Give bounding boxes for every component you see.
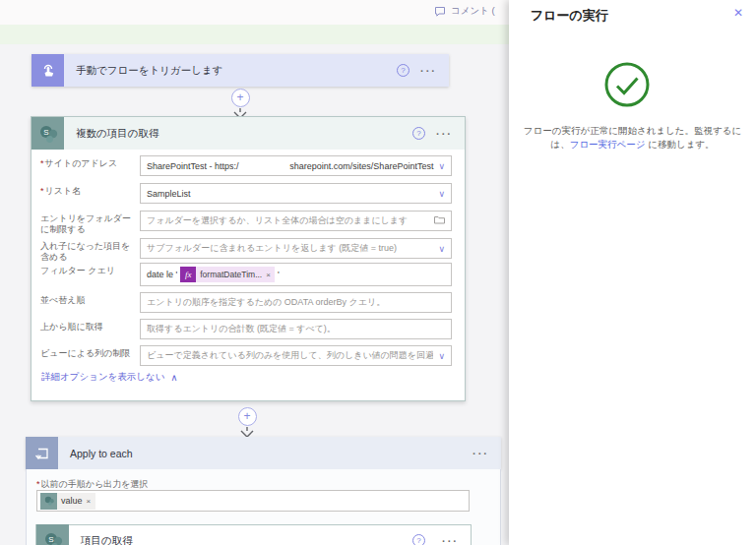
apply-to-each-title: Apply to each (70, 448, 133, 459)
chevron-up-icon: ∧ (171, 372, 178, 383)
run-flow-panel: フローの実行 ✕ フローの実行が正常に開始されました。監視するには、フロー実行ペ… (509, 0, 756, 545)
top-count-input[interactable]: 取得するエントリの合計数 (既定値 = すべて)。 (140, 319, 452, 339)
placeholder-text: 取得するエントリの合計数 (既定値 = すべて)。 (147, 323, 336, 335)
chevron-down-icon[interactable]: ∨ (433, 161, 445, 171)
more-menu-icon[interactable]: ··· (472, 448, 489, 459)
get-item-card-title: 項目の取得 (81, 534, 133, 545)
apply-to-each-body: *以前の手順から出力を選択 value × (26, 469, 501, 545)
get-items-card-title: 複数の項目の取得 (76, 127, 159, 141)
field-label: フィルター クエリ (40, 266, 139, 276)
filter-query-prefix: date le ' (147, 270, 177, 279)
fx-icon: fx (180, 267, 196, 282)
order-by-input[interactable]: エントリの順序を指定するための ODATA orderBy クエリ。 (140, 292, 452, 313)
apply-to-each-loop-icon (26, 437, 58, 469)
insert-step-button[interactable]: + (238, 407, 257, 426)
success-check-icon (603, 61, 651, 108)
hide-advanced-options-link[interactable]: 詳細オプションを表示しない ∧ (41, 371, 177, 384)
panel-title: フローの実行 (531, 7, 608, 25)
help-icon[interactable]: ? (397, 64, 410, 77)
value-token-label: value (61, 496, 83, 506)
field-label: 上から順に取得 (40, 322, 139, 333)
filter-query-input[interactable]: date le ' fx formatDateTim... × ' (140, 263, 452, 286)
site-address-value-domain: sharepoint.com/sites/SharePointTest (289, 161, 433, 171)
folder-picker-icon[interactable] (429, 215, 445, 226)
hide-advanced-label: 詳細オプションを表示しない (41, 371, 165, 384)
required-mark: * (40, 158, 44, 168)
list-name-input[interactable]: SampleList ∨ (140, 183, 452, 204)
comments-label: コメント ( (451, 5, 495, 18)
field-label: エントリをフォルダーに制限する (40, 213, 139, 235)
message-text-after: に移動します。 (646, 139, 715, 150)
apply-to-each-header[interactable]: Apply to each ··· (26, 437, 501, 469)
comments-button[interactable]: コメント ( (434, 5, 495, 18)
manual-trigger-icon (32, 54, 64, 87)
more-menu-icon[interactable]: ··· (436, 128, 453, 140)
output-select-input[interactable]: value × (36, 490, 470, 512)
help-icon[interactable]: ? (412, 534, 425, 545)
placeholder-text: エントリの順序を指定するための ODATA orderBy クエリ。 (147, 296, 385, 309)
svg-text:S: S (43, 128, 48, 137)
sharepoint-icon: S (36, 524, 69, 545)
trigger-card-manual-flow[interactable]: 手動でフローをトリガーします ? ··· (32, 54, 449, 87)
expression-token-label: formatDateTim... (196, 270, 266, 279)
connector-insert-step-1: + (230, 89, 250, 119)
required-mark: * (36, 479, 40, 489)
site-address-value: SharePointTest - https:/ (147, 161, 239, 171)
action-card-get-item[interactable]: S 項目の取得 ? ··· (35, 524, 472, 545)
field-label: 並べ替え順 (40, 295, 139, 306)
close-icon[interactable]: ✕ (733, 6, 743, 20)
get-items-card-header[interactable]: S 複数の項目の取得 ? ··· (32, 117, 465, 150)
value-token[interactable]: value × (40, 493, 95, 510)
more-menu-icon[interactable]: ··· (420, 65, 437, 77)
field-label: ビューによる列の制限 (40, 348, 139, 359)
action-card-get-items: S 複数の項目の取得 ? ··· *サイトのアドレス SharePointTes… (31, 116, 466, 401)
flow-runs-page-link[interactable]: フロー実行ページ (570, 139, 646, 150)
limit-folder-input[interactable]: フォルダーを選択するか、リスト全体の場合は空のままにします (140, 211, 452, 231)
sharepoint-mini-icon (40, 493, 57, 510)
placeholder-text: サブフォルダーに含まれるエントリを返します (既定値 = true) (147, 242, 397, 255)
trigger-card-title: 手動でフローをトリガーします (76, 64, 222, 78)
svg-text:S: S (48, 535, 53, 544)
remove-token-icon[interactable]: × (87, 497, 92, 506)
site-address-input[interactable]: SharePointTest - https:/ sharepoint.com/… (140, 155, 452, 176)
field-label: 入れ子になった項目を含める (40, 241, 139, 263)
required-mark: * (40, 186, 44, 196)
sharepoint-icon: S (32, 117, 64, 150)
field-label: *リスト名 (40, 186, 139, 197)
field-label: *サイトのアドレス (40, 158, 139, 169)
chevron-down-icon[interactable]: ∨ (433, 244, 445, 254)
limit-columns-input[interactable]: ビューで定義されている列のみを使用して、列のしきい値の問題を回避 ∨ (140, 345, 452, 366)
filter-query-suffix: ' (278, 270, 280, 279)
placeholder-text: ビューで定義されている列のみを使用して、列のしきい値の問題を回避 (147, 349, 433, 362)
insert-step-button[interactable]: + (231, 89, 250, 107)
help-icon[interactable]: ? (412, 127, 425, 140)
expression-token[interactable]: fx formatDateTim... × (180, 267, 275, 282)
chevron-down-icon[interactable]: ∨ (433, 351, 445, 361)
placeholder-text: フォルダーを選択するか、リスト全体の場合は空のままにします (147, 214, 408, 227)
run-started-message: フローの実行が正常に開始されました。監視するには、フロー実行ページ に移動します… (515, 124, 750, 151)
scope-card-apply-to-each: Apply to each ··· *以前の手順から出力を選択 value × (26, 437, 501, 545)
connector-insert-step-2: + (237, 407, 257, 438)
include-nested-input[interactable]: サブフォルダーに含まれるエントリを返します (既定値 = true) ∨ (140, 238, 452, 259)
list-name-value: SampleList (147, 189, 191, 199)
remove-token-icon[interactable]: × (266, 271, 271, 279)
comment-bubble-icon (434, 6, 446, 18)
more-menu-icon[interactable]: ··· (442, 535, 459, 545)
chevron-down-icon[interactable]: ∨ (433, 189, 445, 199)
